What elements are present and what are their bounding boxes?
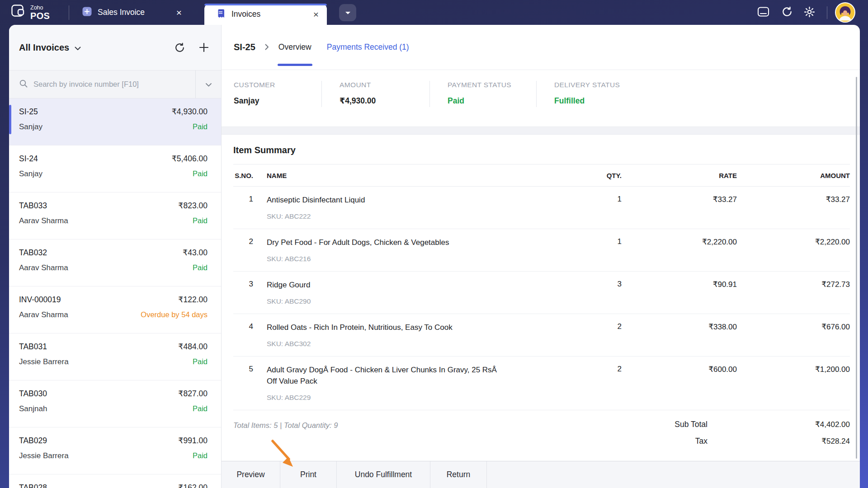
invoice-item-line2: Aarav SharmaPaid (19, 263, 208, 272)
invoice-list-item[interactable]: TAB032₹43.00Aarav SharmaPaid (9, 239, 221, 286)
item-sno: 5 (233, 365, 253, 374)
invoice-status: Paid (193, 169, 208, 178)
invoice-filter-title[interactable]: All Invoices (19, 42, 69, 53)
invoice-list-item[interactable]: INV-000019₹122.00Aarav SharmaOverdue by … (9, 286, 221, 333)
close-icon[interactable]: × (176, 8, 182, 17)
invoice-customer: Jessie Barrera (19, 451, 69, 460)
window-button[interactable] (757, 6, 769, 19)
scrollbar[interactable] (856, 77, 858, 459)
item-name: Adult Gravy DogÂ Food - Chicken & Liver … (267, 365, 500, 387)
tab-sales-invoice[interactable]: Sales Invoice × (75, 0, 189, 25)
app-root: Zoho POS Sales Invoice × Invoices × (0, 0, 868, 488)
invoice-item-line2: SanjayPaid (19, 122, 208, 131)
field-value: Paid (448, 96, 536, 106)
sync-button[interactable] (781, 6, 793, 19)
item-table-header: S.NO.NAMEQTY.RATEAMOUNT (233, 164, 850, 187)
invoice-item-line2: SanjayPaid (19, 169, 208, 178)
breadcrumb: SI-25 (234, 42, 255, 52)
invoice-list-item[interactable]: SI-24₹5,406.00SanjayPaid (9, 145, 221, 192)
summary-field-payment-status: PAYMENT STATUSPaid (429, 81, 536, 127)
invoice-number: TAB030 (19, 389, 47, 399)
invoice-list-item[interactable]: TAB028₹162.00 (9, 474, 221, 488)
preview-button[interactable]: Preview (222, 461, 280, 488)
close-icon[interactable]: × (313, 9, 319, 19)
invoice-status: Paid (193, 357, 208, 366)
table-row: 1Antiseptic Disinfectant LiquidSKU: ABC2… (233, 187, 850, 229)
table-row: 2Dry Pet Food - For Adult Dogs, Chicken … (233, 229, 850, 272)
invoice-status: Paid (193, 122, 208, 131)
tax-value: ₹528.24 (708, 436, 850, 446)
tab-overview-label: Overview (278, 42, 311, 52)
item-summary-title: Item Summary (233, 145, 850, 155)
column-header-name: NAME (253, 172, 554, 179)
chevron-down-icon[interactable] (75, 44, 81, 52)
invoice-sidebar: All Invoices Search by invoice numbe (9, 25, 222, 488)
item-qty: 1 (554, 237, 622, 246)
invoice-number: TAB029 (19, 436, 47, 446)
chevron-right-icon (265, 44, 269, 52)
tab-list-dropdown-button[interactable] (339, 4, 356, 21)
invoice-list-item[interactable]: TAB030₹827.00SanjnahPaid (9, 380, 221, 427)
refresh-button[interactable] (173, 41, 186, 54)
invoice-status: Paid (193, 451, 208, 460)
settings-button[interactable] (803, 6, 816, 19)
tab-invoices[interactable]: Invoices × (204, 4, 327, 25)
print-button[interactable]: Print (280, 461, 337, 488)
item-name: Dry Pet Food - For Adult Dogs, Chicken &… (267, 237, 500, 249)
table-row: 3Ridge GourdSKU: ABC2903₹90.91₹272.73 (233, 272, 850, 314)
invoice-amount: ₹827.00 (178, 389, 208, 399)
invoice-customer: Aarav Sharma (19, 310, 68, 319)
item-amount: ₹1,200.00 (737, 365, 850, 374)
item-name: Ridge Gourd (267, 280, 500, 291)
invoice-amount: ₹823.00 (178, 201, 208, 211)
section-divider (222, 127, 860, 135)
search-options-dropdown[interactable] (195, 70, 221, 98)
invoice-number: TAB033 (19, 201, 47, 211)
item-name-cell: Rolled Oats - Rich In Protein, Nutritiou… (253, 322, 500, 349)
invoice-item-line1: SI-25₹4,930.00 (19, 107, 208, 117)
item-rate: ₹90.91 (622, 280, 737, 289)
search-row: Search by invoice number [F10] (9, 70, 221, 98)
invoice-item-line1: TAB033₹823.00 (19, 201, 208, 211)
action-bar: PreviewPrintUndo FulfillmentReturn (222, 461, 860, 488)
field-label: PAYMENT STATUS (448, 81, 536, 89)
return-button[interactable]: Return (430, 461, 487, 488)
invoice-summary-fields: CUSTOMERSanjayAMOUNT₹4,930.00PAYMENT STA… (222, 70, 860, 127)
active-tab-underline (278, 64, 312, 66)
item-amount: ₹2,220.00 (737, 237, 850, 247)
invoice-list-item[interactable]: TAB031₹484.00Jessie BarreraPaid (9, 333, 221, 380)
invoice-list-item[interactable]: TAB033₹823.00Aarav SharmaPaid (9, 192, 221, 239)
add-invoice-button[interactable] (198, 41, 210, 54)
item-sno: 3 (233, 280, 253, 289)
invoice-item-line2: Aarav SharmaOverdue by 54 days (19, 310, 208, 319)
zoho-pos-logo-icon (11, 4, 26, 21)
avatar[interactable] (835, 2, 855, 23)
search-icon (19, 79, 28, 90)
undo-fulfillment-button[interactable]: Undo Fulfillment (337, 461, 430, 488)
column-header-rate: RATE (622, 172, 737, 179)
invoice-status: Overdue by 54 days (141, 310, 208, 319)
field-label: DELIVERY STATUS (554, 81, 620, 89)
tab-overview[interactable]: Overview (278, 25, 311, 70)
item-amount: ₹33.27 (737, 195, 850, 204)
item-qty: 2 (554, 365, 622, 374)
table-row: 5Adult Gravy DogÂ Food - Chicken & Liver… (233, 357, 850, 410)
tab-payments-received[interactable]: Payments Received (1) (327, 25, 409, 70)
item-amount: ₹676.00 (737, 322, 850, 332)
column-header-amount: AMOUNT (737, 172, 850, 179)
zoho-pos-logo[interactable]: Zoho POS (11, 4, 50, 21)
search-input[interactable]: Search by invoice number [F10] (9, 70, 195, 98)
invoice-list-item[interactable]: TAB029₹991.00Jessie BarreraPaid (9, 427, 221, 474)
item-summary-section: Item Summary S.NO.NAMEQTY.RATEAMOUNT 1An… (222, 145, 860, 410)
invoice-list-item[interactable]: SI-25₹4,930.00SanjayPaid (9, 99, 221, 145)
invoice-number: TAB032 (19, 248, 47, 258)
item-sno: 4 (233, 322, 253, 331)
item-name-cell: Antiseptic Disinfectant LiquidSKU: ABC22… (253, 195, 500, 221)
item-sku: SKU: ABC229 (267, 393, 500, 403)
item-sku: SKU: ABC216 (267, 254, 500, 264)
invoice-customer: Sanjnah (19, 404, 47, 413)
invoice-amount: ₹5,406.00 (172, 154, 208, 164)
summary-field-customer: CUSTOMERSanjay (234, 81, 321, 127)
invoice-item-line2: Jessie BarreraPaid (19, 451, 208, 460)
summary-field-amount: AMOUNT₹4,930.00 (321, 81, 429, 127)
